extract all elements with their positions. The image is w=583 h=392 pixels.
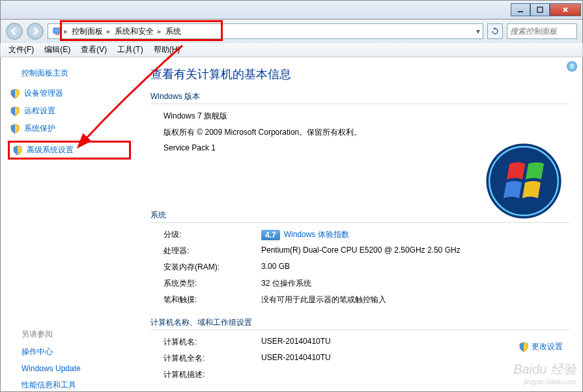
cdesc-value: [261, 369, 569, 380]
experience-index-link[interactable]: Windows 体验指数: [284, 229, 349, 240]
breadcrumb-item[interactable]: 系统和安全: [112, 26, 156, 37]
shield-icon: [519, 342, 529, 352]
pen-value: 没有可用于此显示器的笔或触控输入: [261, 294, 569, 305]
sidebar-item-device-manager[interactable]: 设备管理器: [10, 88, 131, 99]
copyright-text: 版权所有 © 2009 Microsoft Corporation。保留所有权利…: [164, 127, 569, 138]
page-title: 查看有关计算机的基本信息: [150, 66, 569, 82]
section-computer-name: 计算机名称、域和工作组设置: [150, 317, 569, 330]
sidebar-item-label: 远程设置: [24, 105, 55, 117]
svg-rect-3: [55, 34, 59, 35]
search-input[interactable]: [510, 27, 574, 36]
main-content: ? 查看有关计算机的基本信息 Windows 版本 Windows 7 旗舰版 …: [137, 57, 582, 391]
sidebar-item-label: 系统保护: [24, 123, 55, 134]
search-box[interactable]: [507, 23, 577, 39]
maximize-button[interactable]: [530, 3, 550, 16]
rating-badge: 4.7: [261, 230, 280, 240]
sidebar-item-advanced-system-settings[interactable]: 高级系统设置: [8, 141, 131, 160]
cfull-label: 计算机全名:: [164, 353, 261, 364]
help-icon[interactable]: ?: [567, 61, 577, 72]
svg-rect-2: [53, 28, 61, 33]
forward-button[interactable]: [27, 23, 44, 40]
menu-view[interactable]: 查看(V): [77, 43, 111, 57]
dropdown-icon[interactable]: ▾: [476, 27, 483, 36]
breadcrumb-item[interactable]: 系统: [163, 26, 184, 37]
menu-tools[interactable]: 工具(T): [113, 43, 147, 57]
link-performance-info[interactable]: 性能信息和工具: [21, 380, 131, 391]
shield-icon: [12, 145, 23, 156]
chevron-right-icon: ▸: [63, 27, 69, 36]
window-controls: [511, 3, 581, 16]
refresh-button[interactable]: [487, 23, 503, 39]
svg-point-4: [486, 143, 561, 218]
computer-icon: [52, 26, 63, 36]
cpu-value: Pentium(R) Dual-Core CPU E5200 @ 2.50GHz…: [261, 245, 569, 257]
minimize-button[interactable]: [511, 3, 530, 16]
systype-value: 32 位操作系统: [261, 278, 569, 289]
windows-logo: [485, 142, 563, 220]
svg-rect-1: [537, 7, 543, 12]
link-action-center[interactable]: 操作中心: [21, 346, 131, 357]
menu-help[interactable]: 帮助(H): [150, 43, 184, 57]
sidebar-item-system-protection[interactable]: 系统保护: [10, 123, 131, 134]
systype-label: 系统类型:: [164, 278, 261, 289]
shield-icon: [10, 124, 20, 134]
section-windows-edition: Windows 版本: [150, 91, 569, 104]
control-panel-home-link[interactable]: 控制面板主页: [21, 68, 131, 79]
sidebar-item-label: 设备管理器: [24, 88, 63, 99]
shield-icon: [10, 89, 20, 99]
back-button[interactable]: [6, 23, 23, 40]
see-also-heading: 另请参阅: [21, 329, 131, 340]
ram-value: 3.00 GB: [261, 262, 569, 273]
titlebar: [0, 0, 583, 20]
rating-label: 分级:: [164, 229, 261, 240]
rating-value: 4.7 Windows 体验指数: [261, 229, 569, 240]
cdesc-label: 计算机描述:: [164, 369, 261, 380]
change-settings-label: 更改设置: [532, 341, 563, 352]
shield-icon: [10, 106, 20, 117]
menu-file[interactable]: 文件(F): [5, 43, 38, 57]
cname-label: 计算机名:: [164, 337, 261, 348]
navigation-bar: ▸ 控制面板 ▸ 系统和安全 ▸ 系统 ▾: [0, 20, 583, 43]
cfull-value: USER-20140410TU: [261, 353, 569, 364]
sidebar: 控制面板主页 设备管理器 远程设置 系统保护 高级系统设置 另请参阅 操作中心 …: [1, 57, 137, 391]
sidebar-item-label: 高级系统设置: [27, 145, 74, 156]
sidebar-item-remote-settings[interactable]: 远程设置: [10, 105, 131, 117]
chevron-right-icon: ▸: [106, 27, 112, 36]
content-body: 控制面板主页 设备管理器 远程设置 系统保护 高级系统设置 另请参阅 操作中心 …: [0, 57, 583, 392]
menu-bar: 文件(F) 编辑(E) 查看(V) 工具(T) 帮助(H): [0, 43, 583, 57]
link-windows-update[interactable]: Windows Update: [21, 364, 131, 373]
menu-edit[interactable]: 编辑(E): [40, 43, 74, 57]
svg-rect-0: [518, 11, 523, 12]
chevron-right-icon: ▸: [156, 27, 163, 36]
windows-edition: Windows 7 旗舰版: [164, 111, 569, 122]
close-button[interactable]: [550, 3, 581, 16]
cpu-label: 处理器:: [164, 245, 261, 257]
address-bar[interactable]: ▸ 控制面板 ▸ 系统和安全 ▸ 系统 ▾: [48, 23, 483, 39]
change-settings-link[interactable]: 更改设置: [519, 341, 563, 352]
breadcrumb-item[interactable]: 控制面板: [69, 26, 106, 37]
ram-label: 安装内存(RAM):: [164, 262, 261, 273]
pen-label: 笔和触摸:: [164, 294, 261, 305]
